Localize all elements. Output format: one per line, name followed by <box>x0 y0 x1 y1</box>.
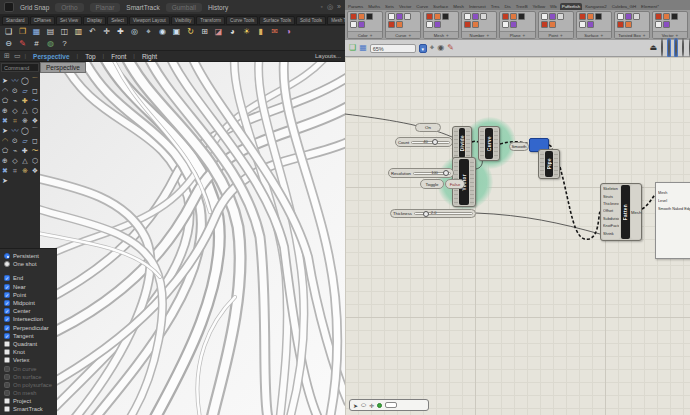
viewport-tab-front[interactable]: Front <box>108 53 129 60</box>
toolbar-tab-curve-tools[interactable]: Curve Tools <box>226 16 258 25</box>
tool-mirror-icon[interactable]: ◠ <box>0 136 10 146</box>
osnap-point[interactable]: ✓Point <box>4 291 57 299</box>
thickness-slider[interactable]: Thickness 2.0 <box>390 209 476 218</box>
component-icon[interactable] <box>404 13 411 20</box>
checkbox-icon[interactable]: ✓ <box>4 300 10 306</box>
component-icon[interactable] <box>587 21 594 28</box>
gh-tab-mesh[interactable]: Mesh <box>451 3 466 10</box>
hide-icon[interactable]: ◪ <box>213 27 224 38</box>
tool-curve-icon[interactable]: ◠ <box>0 86 10 96</box>
checkbox-icon[interactable]: ✓ <box>4 316 10 322</box>
zoom-window-icon[interactable]: ⌖ <box>143 27 154 38</box>
tool-scale-icon[interactable]: ⌒ <box>30 126 40 136</box>
tool-orient-icon[interactable]: ▱ <box>20 136 30 146</box>
tool-polygon-icon[interactable]: ⬠ <box>0 96 10 106</box>
mail-icon[interactable]: ✉ <box>269 27 280 38</box>
checkbox-icon[interactable] <box>4 406 10 412</box>
save-icon[interactable]: ▦ <box>31 27 42 38</box>
component-icon[interactable] <box>426 21 433 28</box>
toolbar-tab-select[interactable]: Select <box>107 16 128 25</box>
component-icon[interactable] <box>350 13 357 20</box>
component-icon[interactable] <box>366 13 373 20</box>
component-icon[interactable] <box>671 13 678 20</box>
component-icon[interactable] <box>442 13 449 20</box>
zoom-icon[interactable]: ◎ <box>129 27 140 38</box>
component-divide[interactable]: Divide <box>452 126 472 160</box>
tool-block-icon[interactable]: ❖ <box>30 116 40 126</box>
viewport-grid-icon[interactable]: ⊞ <box>4 52 10 60</box>
osnap-quadrant[interactable]: Quadrant <box>4 340 57 348</box>
radio-icon[interactable] <box>4 253 10 259</box>
fatten-input-skeleton[interactable]: Skeleton <box>603 186 619 193</box>
toolbar-tab-surface-tools[interactable]: Surface Tools <box>259 16 295 25</box>
component-icon[interactable] <box>617 13 624 20</box>
gh-tab-kangaroo2[interactable]: Kangaroo2 <box>583 3 608 10</box>
component-icon[interactable] <box>579 21 586 28</box>
cursor-icon[interactable]: ➤ <box>353 402 358 409</box>
component-icon[interactable] <box>396 21 403 28</box>
component-icon[interactable] <box>388 21 395 28</box>
snap-icon[interactable]: # <box>31 39 42 50</box>
move-icon[interactable]: ✚ <box>115 27 126 38</box>
checkbox-icon[interactable]: ✓ <box>4 325 10 331</box>
tool-extend-icon[interactable]: ◇ <box>10 106 20 116</box>
tool-split-icon[interactable]: ⬡ <box>30 106 40 116</box>
checkbox-icon[interactable]: ✓ <box>4 333 10 339</box>
preview-wire-ball-red[interactable] <box>667 38 671 58</box>
status-toggle-smarttrack[interactable]: SmartTrack <box>126 4 159 11</box>
color-wheel-icon[interactable]: ◑ <box>283 27 294 38</box>
globe-icon[interactable]: ◍ <box>45 39 56 50</box>
gh-tab-element-[interactable]: Element* <box>639 3 661 10</box>
component-icon[interactable] <box>464 21 471 28</box>
component-icon[interactable] <box>426 13 433 20</box>
slider-knob[interactable] <box>423 211 429 217</box>
tool-sketch-icon[interactable]: ▱ <box>20 86 30 96</box>
osnap-mode-persistent[interactable]: Persistent <box>4 252 57 260</box>
checkbox-icon[interactable]: ✓ <box>4 275 10 281</box>
tool-rotate-icon[interactable]: ◯ <box>20 126 30 136</box>
component-icon[interactable] <box>663 21 670 28</box>
component-icon[interactable] <box>587 13 594 20</box>
tool-trim-icon[interactable]: △ <box>20 106 30 116</box>
component-icon[interactable] <box>579 13 586 20</box>
paint-icon[interactable]: ✎ <box>447 43 454 53</box>
gh-tab-yellow[interactable]: Yellow <box>531 3 548 10</box>
gh-tab-sets[interactable]: Sets <box>383 3 396 10</box>
osnap-center[interactable]: ✓Center <box>4 307 57 315</box>
component-icon[interactable] <box>625 13 632 20</box>
tool-move-icon[interactable]: ➤ <box>0 126 10 136</box>
radio-icon[interactable] <box>4 261 10 267</box>
slider-track[interactable]: 40 <box>411 141 450 144</box>
osnap-vertex[interactable]: Vertex <box>4 356 57 364</box>
tool-explode-icon[interactable]: ⌗ <box>10 116 20 126</box>
smooth-param-label[interactable]: Smooth <box>509 142 529 151</box>
nav-rect-icon[interactable] <box>385 402 397 408</box>
osnap-perpendicular[interactable]: ✓Perpendicular <box>4 324 57 332</box>
toolbar-tab-viewport-layout[interactable]: Viewport Layout <box>129 16 170 25</box>
osnap-mode-one-shot[interactable]: One shot <box>4 260 57 268</box>
tool-arc-icon[interactable]: ⌒ <box>30 76 40 86</box>
input-nubs[interactable] <box>480 128 484 159</box>
input-nubs[interactable] <box>540 151 544 177</box>
zoom-out-icon[interactable]: ⊖ <box>3 39 14 50</box>
zoom-oval-icon[interactable]: ⬭ <box>361 402 366 409</box>
save-icon[interactable]: ▦ <box>359 43 367 53</box>
viewport-tab-perspective[interactable]: Perspective <box>30 53 73 60</box>
zoom-level-field[interactable]: 65% <box>370 44 416 53</box>
slider-knob[interactable] <box>443 170 449 176</box>
tool-sweep2-icon[interactable]: ⊕ <box>0 156 10 166</box>
component-icon[interactable] <box>502 13 509 20</box>
checkbox-icon[interactable]: ✓ <box>4 292 10 298</box>
status-toggle-ortho[interactable]: Ortho <box>55 3 83 12</box>
component-icon[interactable] <box>472 21 479 28</box>
laplacian-smooth-component[interactable]: MeshLevelSmooth Naked Edges <box>655 182 690 259</box>
new-file-icon[interactable]: ❏ <box>3 27 14 38</box>
group-expand-icon[interactable]: + <box>446 33 449 38</box>
component-icon[interactable] <box>510 13 517 20</box>
output-nubs[interactable] <box>494 128 498 159</box>
osnap-near[interactable]: ✓Near <box>4 283 57 291</box>
osnap-project[interactable]: Project <box>4 397 57 405</box>
group-expand-icon[interactable]: + <box>408 33 411 38</box>
paste-icon[interactable]: ▥ <box>73 27 84 38</box>
component-icon[interactable] <box>617 21 624 28</box>
